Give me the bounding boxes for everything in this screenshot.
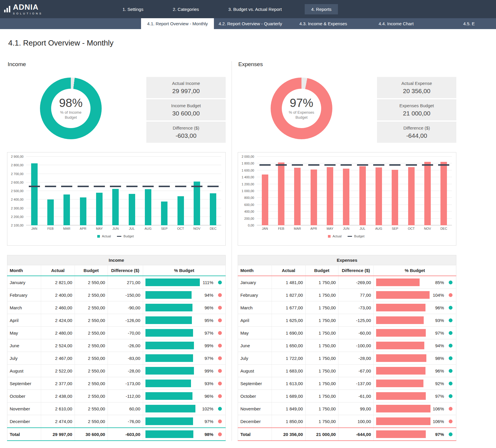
subnav-tab-income-expenses[interactable]: 4.3. Income & Expenses (287, 18, 360, 29)
cell-budget: 2 550,00 (75, 301, 108, 314)
cell-actual: 1 650,00 (272, 339, 305, 352)
status-dot (449, 369, 453, 373)
pct-budget-bar-track (376, 316, 430, 324)
cell-month: January (7, 276, 41, 289)
budget-marker-dec (207, 186, 219, 187)
pct-budget-value: 102% (200, 406, 213, 411)
table-title: Expenses (238, 255, 456, 265)
pct-budget-bar (145, 329, 193, 337)
income-section: Income 98% % of Income Budget Actual Inc… (7, 61, 226, 441)
subnav-tab-income-chart[interactable]: 4.4. Income Chart (360, 18, 433, 29)
expenses-stats: Actual Expense 20 356,00 Expenses Budget… (377, 77, 456, 144)
table-row: September2 377,002 550,00-173,0093% (7, 377, 226, 390)
income-section-title: Income (8, 61, 226, 68)
pct-budget-value: 97% (200, 419, 213, 424)
subnav-tab-report-overview-quarterly[interactable]: 4.2. Report Overview - Quarterly (214, 18, 287, 29)
budget-marker-jun (341, 164, 352, 166)
cell-pct-budget: 96% (143, 390, 225, 402)
cell-actual: 1 689,00 (272, 390, 305, 402)
pct-budget-wrap: 93% (376, 316, 454, 324)
cell-budget: 1 750,00 (305, 339, 338, 352)
pct-budget-bar-track (376, 405, 430, 412)
subnav-tab-expenses-chart[interactable]: 4.5. E (433, 18, 496, 29)
pct-budget-value: 92% (430, 381, 444, 386)
nav-tab-settings[interactable]: 1. Settings (116, 4, 150, 14)
nav-tab-categories[interactable]: 2. Categories (166, 4, 205, 14)
cell-pct-budget: 111% (143, 276, 225, 289)
cell-actual: 2 522,00 (41, 365, 75, 377)
y-axis-tick: 2 200,00 (11, 215, 24, 219)
budget-marker-jan (29, 186, 40, 187)
main-nav: 1. Settings 2. Categories 3. Budget vs. … (116, 0, 338, 18)
status-dot (218, 356, 222, 360)
nav-tab-reports[interactable]: 4. Reports (305, 4, 338, 14)
column-header: % Budget (143, 265, 225, 276)
cell-pct-budget: 98% (373, 352, 456, 365)
cell-pct-budget: 94% (143, 289, 225, 301)
income-monthly-bar-chart: 2 900,002 800,002 700,002 600,002 500,00… (7, 152, 226, 246)
cell-budget: 2 550,00 (75, 276, 108, 289)
actual-bar-may (327, 167, 333, 225)
page-content: 4.1. Report Overview - Monthly Income 98… (0, 29, 496, 448)
table-row: February1 827,001 750,0077,00104% (238, 289, 456, 301)
cell-actual: 1 481,00 (272, 276, 305, 289)
budget-marker-mar (61, 186, 72, 187)
bar-slot-jan (26, 157, 42, 225)
cell-actual: 2 438,00 (41, 390, 75, 402)
x-axis-label: JAN (26, 227, 42, 230)
bar-slot-jul (354, 157, 371, 225)
pct-budget-bar (376, 329, 426, 337)
bar-slot-jan (257, 157, 273, 225)
pct-budget-bar (145, 304, 192, 311)
cell-actual: 1 827,00 (272, 289, 305, 301)
table-row: December1 850,001 750,00100,00106% (238, 415, 456, 428)
cell-pct-budget: 106% (373, 415, 456, 428)
table-row: October1 689,001 750,00-61,0097% (238, 390, 456, 402)
actual-bar-jan (31, 163, 38, 225)
stat-expenses-difference: Difference ($) -644,00 (377, 122, 456, 143)
cell-budget: 1 750,00 (305, 301, 338, 314)
cell-pct-budget: 96% (373, 301, 456, 314)
stat-label: Expenses Budget (399, 103, 434, 108)
income-donut-chart: 98% % of Income Budget (40, 78, 102, 139)
cell-pct-budget: 97% (143, 352, 225, 365)
pct-budget-value: 104% (430, 293, 444, 298)
pct-budget-bar (376, 392, 426, 400)
pct-budget-bar (376, 380, 423, 387)
cell-difference: -61,00 (338, 390, 373, 402)
budget-marker-jan (259, 164, 271, 166)
cell-month: August (7, 365, 41, 377)
subnav-tab-report-overview-monthly[interactable]: 4.1. Report Overview - Monthly (141, 18, 214, 29)
table-header-row: MonthActualBudgetDifference ($)% Budget (7, 265, 226, 276)
table-row: September1 613,001 750,00-137,0092% (238, 377, 456, 390)
bar-slot-jun (108, 157, 124, 225)
bars-group (257, 157, 452, 225)
x-axis-label: MAR (59, 227, 75, 230)
data-table: MonthActualBudgetDifference ($)% BudgetJ… (7, 265, 226, 441)
status-dot (449, 293, 453, 297)
cell-pct-budget: 104% (373, 289, 456, 301)
pct-budget-bar-track (376, 342, 430, 349)
budget-marker-sep (159, 186, 170, 187)
cell-pct-budget: 94% (373, 339, 456, 352)
y-axis-tick: 2 700,00 (11, 172, 24, 176)
page-title: 4.1. Report Overview - Monthly (8, 38, 496, 48)
x-axis-label: FEB (42, 227, 58, 230)
cell-budget: 2 550,00 (75, 314, 108, 327)
pct-budget-value: 99% (200, 343, 213, 348)
cell-difference: -125,00 (338, 314, 373, 327)
cell-month: August (238, 365, 272, 377)
pct-budget-value: 94% (200, 293, 213, 298)
status-dot (218, 432, 222, 436)
pct-budget-bar-track (145, 392, 200, 400)
nav-tab-budget-vs-actual[interactable]: 3. Budget vs. Actual Report (222, 4, 288, 14)
cell-difference: -100,00 (338, 339, 373, 352)
pct-budget-value: 85% (430, 280, 444, 285)
budget-marker-mar (292, 164, 303, 166)
pct-budget-value: 106% (430, 419, 444, 424)
x-axis-label: OCT (403, 227, 419, 230)
cell-difference: -83,00 (108, 352, 143, 365)
actual-bar-oct (177, 196, 184, 225)
income-table: IncomeMonthActualBudgetDifference ($)% B… (7, 255, 226, 441)
plot-region (26, 157, 221, 225)
